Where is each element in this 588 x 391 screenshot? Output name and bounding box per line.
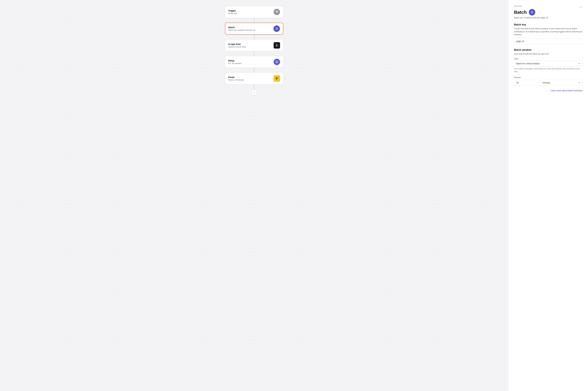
svg-rect-3 (531, 11, 533, 12)
batch-key-section: Batch key A batch key tells Knock which … (514, 23, 583, 48)
interval-unit-wrapper: minutes hours days ▼ (540, 80, 583, 86)
step-email[interactable]: Email Send to Postmark P (225, 73, 283, 84)
trigger-icon: ⚑ (274, 9, 280, 15)
step-trigger-title: Trigger (228, 9, 237, 12)
postmark-p-icon: P (276, 77, 278, 81)
batch-list-icon (275, 27, 278, 30)
step-trigger-subtitle: Notify call (228, 12, 237, 14)
type-select-wrapper: Batch for a fixed window Batch per trigg… (514, 61, 583, 67)
more-options-button[interactable]: ··· (579, 5, 583, 9)
panel-title: Batch (514, 10, 527, 15)
step-delay-subtitle: For 30 minutes (228, 62, 241, 65)
workflow-steps: Trigger Notify call ⚑ Batch Batch per re… (225, 6, 283, 95)
batch-key-description: A batch key tells Knock which property i… (514, 27, 583, 36)
email-icon: P (274, 75, 280, 82)
delay-power-icon (275, 60, 278, 64)
connector-1 (254, 18, 254, 23)
batch-icon (273, 25, 280, 32)
svg-rect-2 (275, 29, 278, 30)
edit-panel: Edit step ··· Batch Batch per recipient … (508, 0, 588, 391)
svg-rect-4 (531, 12, 533, 12)
type-label: Type (514, 57, 583, 60)
panel-list-icon (530, 10, 534, 14)
step-batch[interactable]: Batch Batch per recipient and per pa... (225, 23, 283, 35)
step-delay[interactable]: Delay For 30 minutes (225, 56, 283, 68)
step-trigger[interactable]: Trigger Notify call ⚑ (225, 6, 283, 18)
step-inapp-title: In-app feed (228, 43, 245, 45)
edit-step-label: Edit step (514, 5, 522, 7)
svg-rect-1 (275, 28, 278, 29)
connector-3 (254, 51, 254, 56)
panel-batch-icon (529, 9, 535, 15)
batch-key-input[interactable] (514, 38, 583, 44)
panel-title-area: Batch (514, 9, 583, 15)
connector-4 (254, 68, 254, 73)
panel-top-row: Edit step ··· (514, 5, 583, 9)
step-email-title: Email (228, 76, 244, 79)
step-batch-subtitle: Batch per recipient and per pa... (229, 29, 257, 31)
step-email-subtitle: Send to Postmark (228, 79, 244, 81)
svg-rect-5 (531, 13, 533, 13)
learn-more-link[interactable]: Learn more about batch functions (514, 89, 583, 92)
connector-5 (254, 84, 254, 89)
connector-2 (254, 35, 254, 40)
step-inapp-subtitle: Send to Knock feed (228, 46, 245, 48)
type-select[interactable]: Batch for a fixed window Batch per trigg… (514, 61, 583, 67)
workflow-canvas: Trigger Notify call ⚑ Batch Batch per re… (0, 0, 508, 391)
batch-key-title: Batch key (514, 23, 583, 26)
batch-window-description: How long should the batch be open for? (514, 52, 583, 55)
interval-unit-select[interactable]: minutes hours days (540, 80, 583, 86)
step-batch-title: Batch (229, 26, 257, 29)
inapp-icon: k (274, 42, 280, 49)
panel-subtitle: Batch per recipient and per page_id (514, 16, 583, 19)
batch-window-title: Batch window (514, 48, 583, 51)
interval-value-input[interactable] (514, 80, 539, 86)
type-hint: Accumulate messages in this batch for a … (514, 67, 583, 73)
interval-row: minutes hours days ▼ (514, 80, 583, 86)
delay-icon (274, 59, 280, 65)
svg-rect-0 (275, 28, 278, 28)
batch-window-section: Batch window How long should the batch b… (514, 48, 583, 86)
interval-label: Interval (514, 76, 583, 79)
step-inapp[interactable]: In-app feed Send to Knock feed k (225, 40, 283, 51)
step-delay-title: Delay (228, 59, 241, 62)
add-step-button[interactable]: + (251, 90, 257, 95)
